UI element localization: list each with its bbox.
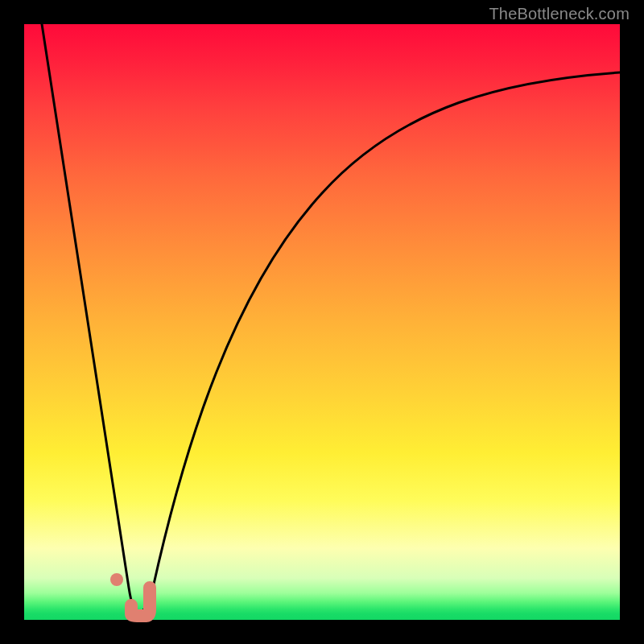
optimal-range-marker xyxy=(131,588,150,616)
optimal-start-dot xyxy=(110,573,123,586)
curve-layer xyxy=(24,24,620,620)
watermark-text: TheBottleneck.com xyxy=(489,5,630,23)
plot-area xyxy=(24,24,620,620)
bottleneck-curve xyxy=(42,24,620,613)
chart-frame: TheBottleneck.com xyxy=(0,0,644,644)
